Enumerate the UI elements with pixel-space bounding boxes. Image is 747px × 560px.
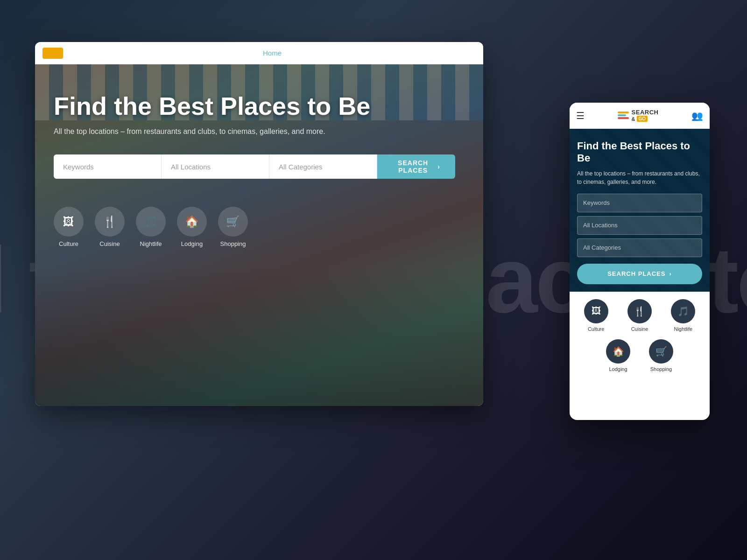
category-culture[interactable]: 🖼 Culture [54,207,84,247]
category-nightlife[interactable]: 🎵 Nightlife [136,207,166,247]
mobile-culture-label: Culture [588,326,604,332]
search-bar: SEARCH PLACES › [54,154,455,179]
shopping-label: Shopping [220,240,246,247]
browser-url: Home [69,49,476,57]
mobile-categories-input[interactable] [577,238,702,257]
cuisine-label: Cuisine [99,240,120,247]
mobile-logo: SEARCH & GO [618,109,659,122]
nightlife-icon: 🎵 [136,207,166,237]
mobile-category-cuisine[interactable]: 🍴 Cuisine [620,299,658,332]
mobile-keywords-input[interactable] [577,194,702,212]
logo-search-text: SEARCH [632,109,659,116]
mobile-category-shopping[interactable]: 🛒 Shopping [649,339,673,372]
mobile-nav: ☰ SEARCH & GO 👥 [570,103,710,129]
culture-label: Culture [59,240,78,247]
mobile-category-nightlife[interactable]: 🎵 Nightlife [664,299,702,332]
shopping-icon: 🛒 [218,207,248,237]
mobile-category-lodging[interactable]: 🏠 Lodging [606,339,630,372]
browser-bar: Home [35,42,483,64]
categories-row: 🖼 Culture 🍴 Cuisine 🎵 Nightlife 🏠 Lodgin… [54,207,465,247]
mobile-hero-subtitle: All the top locations – from restaurants… [577,169,702,186]
nightlife-label: Nightlife [140,240,162,247]
mobile-category-culture[interactable]: 🖼 Culture [577,299,615,332]
hero-subtitle: All the top locations – from restaurants… [54,127,381,136]
logo-stripe-orange [618,112,629,113]
mobile-browser: ☰ SEARCH & GO 👥 Find the Best Places to … [570,103,710,420]
lodging-icon: 🏠 [177,207,207,237]
user-icon[interactable]: 👥 [691,110,703,121]
hamburger-icon[interactable]: ☰ [576,110,585,121]
desktop-browser: Home Find the Best Places to Be All the … [35,42,483,406]
category-cuisine[interactable]: 🍴 Cuisine [95,207,125,247]
cuisine-icon: 🍴 [95,207,125,237]
category-shopping[interactable]: 🛒 Shopping [218,207,248,247]
mobile-categories-bottom: 🏠 Lodging 🛒 Shopping [570,339,710,379]
logo-go-text: & GO [632,116,659,122]
browser-tab-indicator [42,48,63,59]
mobile-locations-input[interactable] [577,216,702,235]
mobile-hero-title: Find the Best Places to Be [577,140,702,165]
mobile-hero: Find the Best Places to Be All the top l… [570,129,710,292]
logo-stripes [618,112,629,119]
mobile-categories-top: 🖼 Culture 🍴 Cuisine 🎵 Nightlife [570,292,710,339]
keywords-input[interactable] [54,154,162,179]
mobile-search-places-button[interactable]: SEARCH PLACES › [577,264,702,284]
search-places-button[interactable]: SEARCH PLACES › [377,154,455,179]
logo-stripe-red [618,117,629,119]
mobile-nightlife-label: Nightlife [674,326,692,332]
lodging-label: Lodging [181,240,203,247]
hero-title: Find the Best Places to Be [54,92,465,120]
hero-section: Find the Best Places to Be All the top l… [35,64,483,406]
locations-input[interactable] [162,154,269,179]
mobile-lodging-icon: 🏠 [606,339,630,364]
mobile-search-fields [577,194,702,257]
search-button-label: SEARCH PLACES [392,159,434,174]
logo-text: SEARCH & GO [632,109,659,122]
logo-go-box: GO [637,116,648,122]
categories-input[interactable] [269,154,377,179]
mobile-shopping-icon: 🛒 [649,339,673,364]
mobile-culture-icon: 🖼 [584,299,608,323]
hero-content: Find the Best Places to Be All the top l… [35,64,483,266]
culture-icon: 🖼 [54,207,84,237]
mobile-search-button-arrow: › [669,270,671,277]
mobile-search-button-label: SEARCH PLACES [607,270,665,277]
mobile-lodging-label: Lodging [609,366,627,372]
mobile-shopping-label: Shopping [650,366,672,372]
category-lodging[interactable]: 🏠 Lodging [177,207,207,247]
mobile-cuisine-icon: 🍴 [627,299,652,323]
search-button-arrow: › [437,163,440,170]
mobile-nightlife-icon: 🎵 [671,299,695,323]
logo-stripe-teal [618,114,626,116]
mobile-cuisine-label: Cuisine [631,326,648,332]
